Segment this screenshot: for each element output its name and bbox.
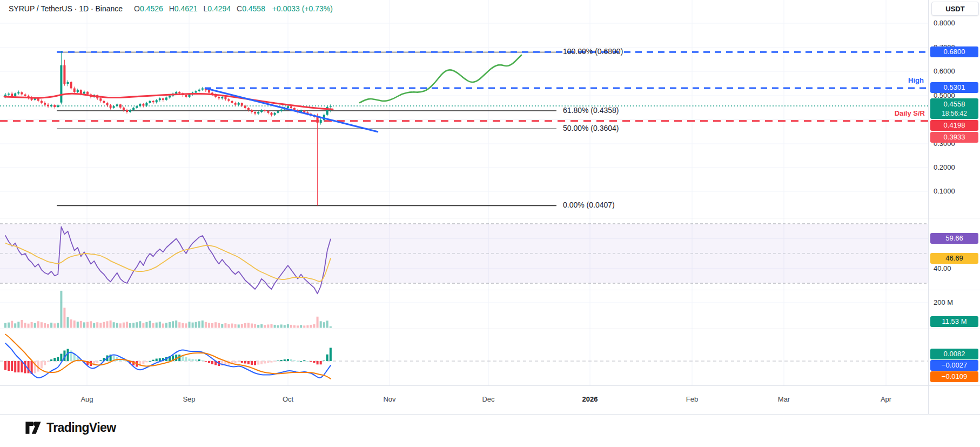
high-line-label: High — [908, 76, 924, 84]
time-axis-label: Feb — [686, 395, 698, 403]
price-badge: 0.5301 — [930, 82, 978, 93]
price-scale-label: 0.6000 — [934, 67, 955, 75]
currency-toggle-button[interactable]: USDT — [931, 2, 979, 16]
price-badge: −0.0109 — [930, 371, 978, 382]
chart-canvas[interactable] — [0, 0, 928, 415]
close-value: 0.4558 — [242, 4, 265, 13]
price-scale[interactable]: 0.80000.70000.60000.50000.30000.20000.10… — [929, 0, 980, 414]
time-axis-label: Oct — [283, 395, 293, 403]
price-scale-label: 40.00 — [934, 264, 951, 272]
price-scale-label: 200 M — [934, 298, 953, 306]
close-label: C — [237, 4, 242, 13]
time-axis-label: Nov — [383, 395, 395, 403]
tradingview-logo[interactable]: TradingView — [25, 421, 116, 435]
fib-level-label[interactable]: 61.80% (0.4358) — [563, 106, 619, 115]
price-scale-label: 0.1000 — [934, 187, 955, 195]
time-axis-label: Apr — [881, 395, 891, 403]
pane-divider-main-rsi[interactable] — [0, 218, 980, 218]
price-badge: 0.0082 — [930, 349, 978, 359]
daily-sr-label: Daily S/R — [895, 109, 925, 117]
price-badge: 0.6800 — [930, 46, 978, 57]
time-axis-label: 2026 — [582, 395, 598, 403]
price-badge: 46.69 — [930, 253, 978, 264]
symbol-title[interactable]: SYRUP / TetherUS · 1D · Binance — [9, 4, 123, 13]
fib-level-label[interactable]: 100.00% (0.6800) — [563, 47, 623, 56]
time-axis-label: Dec — [482, 395, 494, 403]
tradingview-logo-text: TradingView — [46, 421, 116, 435]
open-value: 0.4526 — [140, 4, 163, 13]
price-badge: 0.3933 — [930, 132, 978, 143]
countdown-timer: 18:56:42 — [942, 109, 967, 118]
tradingview-chart-page: SYRUP / TetherUS · 1D · Binance O0.4526 … — [0, 0, 980, 447]
chart-bottom-border — [0, 414, 980, 415]
pane-divider-rsi-volume[interactable] — [0, 290, 980, 290]
price-badge: 59.66 — [930, 233, 978, 244]
price-scale-label: 0.2000 — [934, 163, 955, 171]
price-badge: 11.53 M — [930, 316, 978, 327]
price-badge: −0.0027 — [930, 360, 978, 371]
time-axis-label: Mar — [778, 395, 790, 403]
time-axis-label: Aug — [80, 395, 93, 403]
high-value: 0.4621 — [174, 4, 198, 13]
price-badge: 0.455818:56:42 — [930, 98, 978, 119]
pane-divider-volume-macd[interactable] — [0, 329, 980, 329]
price-scale-label: 0.8000 — [934, 19, 955, 27]
symbol-ohlc-header[interactable]: SYRUP / TetherUS · 1D · Binance O0.4526 … — [9, 4, 333, 13]
time-axis-label: Sep — [183, 395, 195, 403]
low-value: 0.4294 — [207, 4, 231, 13]
tradingview-logo-icon — [25, 421, 42, 435]
change-value: +0.0033 (+0.73%) — [272, 4, 333, 13]
price-badge: 0.4198 — [930, 120, 978, 131]
fib-level-label[interactable]: 0.00% (0.0407) — [563, 201, 615, 209]
high-label: H — [169, 4, 174, 13]
open-label: O — [134, 4, 140, 13]
fib-level-label[interactable]: 50.00% (0.3604) — [563, 124, 619, 132]
